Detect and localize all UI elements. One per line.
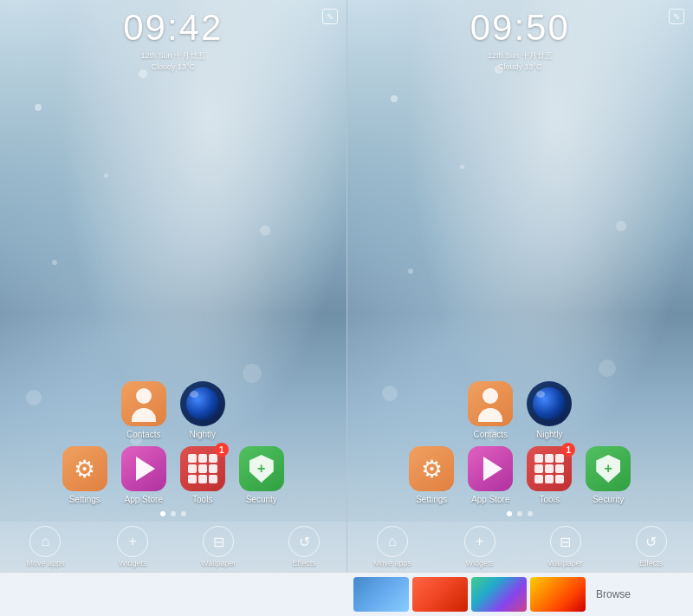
left-contacts-app[interactable]: Contacts [121,381,166,439]
right-appstore-app[interactable]: App Store [468,446,513,504]
right-nightly-icon [527,381,572,426]
shield-plus-right: + [605,461,612,477]
shield-plus-left: + [257,461,265,477]
right-appstore-label: App Store [471,495,509,504]
tools-dot [209,475,217,483]
left-app-row-1: Contacts Nightly [121,381,225,439]
widgets-label-right: Widgets [465,559,494,567]
left-toolbar: ⌂ Move apps + Widgets ⊟ Wallpaper ↺ Effe… [0,522,346,572]
left-app-row-2: ⚙ Settings App Store [62,446,284,504]
dot-1-right [507,511,512,516]
wallpaper-label-left: Wallpaper [201,559,236,567]
widgets-left[interactable]: + Widgets [117,526,148,567]
widgets-icon-right: + [464,526,495,557]
tools-dot [534,454,543,463]
right-contacts-label: Contacts [474,430,508,439]
left-settings-app[interactable]: ⚙ Settings [62,446,107,504]
tools-dot [534,464,543,473]
tools-dot [555,454,564,463]
right-date: 12th Sun 十月廿五Cloudy 13°C [488,50,553,72]
bokeh-dot [599,360,616,377]
wallpaper-thumb-3[interactable] [471,577,527,612]
dot-1-left [160,511,165,516]
wallpaper-btn-left[interactable]: ⊟ Wallpaper [201,526,236,567]
right-toolbar: ⌂ Move apps + Widgets ⊟ Wallpaper ↺ Effe… [347,522,694,572]
left-date: 12th Sun 十月廿五Cloudy 13°C [140,50,205,72]
wallpaper-btn-right[interactable]: ⊟ Wallpaper [548,526,583,567]
effects-icon-left: ↺ [288,526,320,557]
move-apps-label-left: Move apps [26,559,64,567]
left-security-label: Security [246,495,277,504]
left-clock: 09:42 [123,7,223,49]
wallpaper-thumb-1[interactable] [353,577,409,612]
right-nightly-label: Nightly [536,430,563,439]
right-tools-icon: 1 [527,446,572,491]
left-header: 09:42 12th Sun 十月廿五Cloudy 13°C [0,7,346,72]
tools-dot [198,475,207,483]
bokeh-dot [243,364,262,383]
effects-left[interactable]: ↺ Effects [288,526,320,567]
right-security-app[interactable]: + Security [586,446,631,504]
right-tools-app[interactable]: 1 Tools [527,446,572,504]
browse-button[interactable]: Browse [596,588,631,600]
wallpaper-thumb-4[interactable] [530,577,586,612]
left-security-icon: + [239,446,284,491]
dot-3-right [528,511,533,516]
dot-2-left [171,511,176,516]
left-security-app[interactable]: + Security [239,446,284,504]
left-nightly-app[interactable]: Nightly [180,381,225,439]
effects-right[interactable]: ↺ Effects [636,526,667,567]
right-contacts-app[interactable]: Contacts [468,381,513,439]
move-apps-right[interactable]: ⌂ Move apps [373,526,411,567]
right-app-row-2: ⚙ Settings App Store [409,446,631,504]
left-tools-icon: 1 [180,446,225,491]
widgets-right[interactable]: + Widgets [464,526,495,567]
play-triangle-right [483,457,502,481]
move-apps-icon-right: ⌂ [377,526,408,557]
effects-label-left: Effects [292,559,315,567]
right-app-grid: Contacts Nightly ⚙ Settings [347,381,694,520]
left-tools-badge: 1 [215,443,229,457]
right-tools-label: Tools [540,495,560,504]
right-header: 09:50 12th Sun 十月廿五Cloudy 13°C [347,7,694,72]
nightly-globe-right [533,387,566,420]
shield-shape-right: + [596,455,620,483]
dot-3-left [181,511,186,516]
tools-dot [545,464,554,473]
settings-gear-icon-right: ⚙ [421,455,443,483]
left-nightly-label: Nightly [189,430,216,439]
move-apps-label-right: Move apps [373,559,411,567]
tools-dot [534,475,543,483]
move-apps-left[interactable]: ⌂ Move apps [26,526,64,567]
right-settings-label: Settings [416,495,447,504]
tools-dot [188,454,197,463]
wallpaper-bar-left [0,572,346,616]
tools-dot [188,464,197,473]
right-appstore-icon [468,446,513,491]
right-app-row-1: Contacts Nightly [468,381,572,439]
tools-dot [545,475,554,483]
bokeh-dot [35,104,42,111]
left-contacts-icon [121,381,166,426]
left-appstore-label: App Store [125,495,163,504]
nightly-globe-left [186,387,219,420]
right-settings-app[interactable]: ⚙ Settings [409,446,454,504]
bokeh-dot [260,225,270,236]
effects-label-right: Effects [639,559,663,567]
wallpaper-icon-right: ⊟ [550,526,581,557]
wallpaper-label-right: Wallpaper [548,559,583,567]
left-tools-app[interactable]: 1 Tools [180,446,225,504]
left-appstore-icon [121,446,166,491]
right-tools-badge: 1 [561,443,575,457]
wallpaper-thumb-2[interactable] [412,577,468,612]
play-triangle-left [136,457,155,481]
right-settings-icon: ⚙ [409,446,454,491]
right-page-dots [507,511,533,516]
bokeh-dot [616,221,626,231]
bokeh-dot [408,269,413,274]
left-appstore-app[interactable]: App Store [121,446,166,504]
bokeh-dot [104,173,108,178]
left-page-dots [160,511,186,516]
right-nightly-app[interactable]: Nightly [527,381,572,439]
tools-dot [198,464,207,473]
